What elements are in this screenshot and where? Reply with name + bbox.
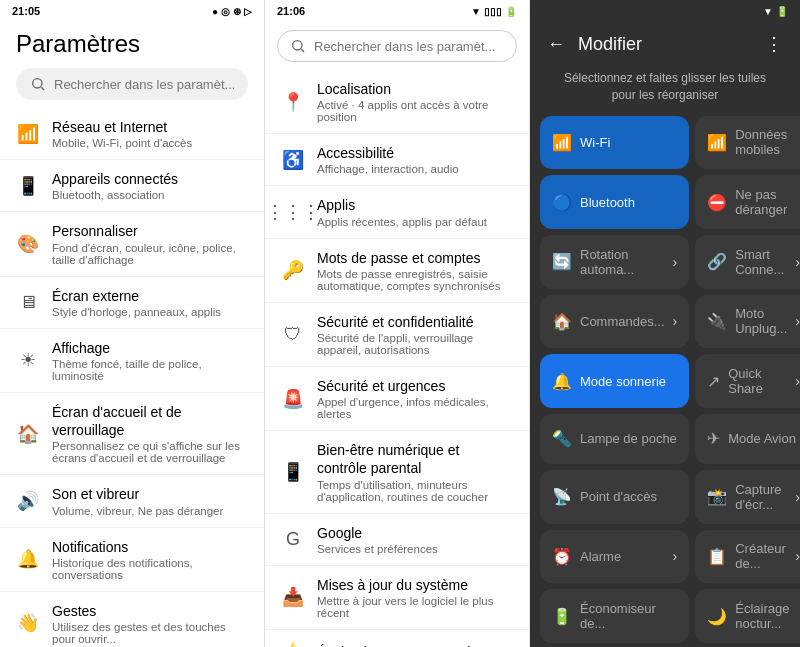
item-text: Notifications Historique des notificatio… — [52, 538, 248, 581]
settings-item[interactable]: 🛡 Sécurité et confidentialité Sécurité d… — [265, 303, 529, 367]
settings-item[interactable]: 🏠 Écran d'accueil et de verrouillage Per… — [0, 393, 264, 475]
tile-rotation[interactable]: 🔄 Rotation automa... › — [540, 235, 689, 289]
tile-bluetooth[interactable]: 🔵 Bluetooth — [540, 175, 689, 229]
tile-motounplug[interactable]: 🔌 Moto Unplug... › — [695, 295, 800, 349]
item-text: Localisation Activé · 4 applis ont accès… — [317, 80, 513, 123]
tile-label-commandes: Commandes... — [580, 314, 665, 329]
tile-arrow-capture: › — [795, 489, 800, 505]
tile-arrow-motounplug: › — [795, 313, 800, 329]
search-bar-2[interactable] — [277, 30, 517, 62]
search-icon — [30, 76, 46, 92]
settings-item[interactable]: 🔑 Mots de passe et comptes Mots de passe… — [265, 239, 529, 303]
search-input-2[interactable] — [314, 39, 504, 54]
back-button[interactable]: ← — [542, 30, 570, 58]
tile-icon-smartconn: 🔗 — [707, 252, 727, 271]
item-title: Son et vibreur — [52, 485, 223, 503]
tile-icon-economiseur: 🔋 — [552, 607, 572, 626]
status-icons-2: ▼▯▯▯🔋 — [471, 6, 517, 17]
settings-item[interactable]: 📱 Bien-être numérique et contrôle parent… — [265, 431, 529, 513]
panel-settings-sub: 21:06 ▼▯▯▯🔋 📍 Localisation Activé · 4 ap… — [265, 0, 530, 647]
more-button[interactable]: ⋮ — [760, 30, 788, 58]
settings-item[interactable]: 🔊 Son et vibreur Volume, vibreur, Ne pas… — [0, 475, 264, 527]
settings-list-1: 📶 Réseau et Internet Mobile, Wi-Fi, poin… — [0, 108, 264, 647]
settings-item[interactable]: G Google Services et préférences — [265, 514, 529, 566]
tile-label-economiseur: Économiseur de... — [580, 601, 677, 631]
panel-edit-tiles: ▼🔋 ← Modifier ⋮ Sélectionnez et faites g… — [530, 0, 800, 647]
panel3-title: Modifier — [578, 34, 752, 55]
tile-createur[interactable]: 📋 Créateur de... › — [695, 530, 800, 584]
item-icon: 🔔 — [16, 547, 40, 571]
settings-item[interactable]: 📱 Appareils connectés Bluetooth, associa… — [0, 160, 264, 212]
item-icon: ⋮⋮⋮ — [281, 200, 305, 224]
item-icon: 🏠 — [16, 422, 40, 446]
tile-icon-alarme: ⏰ — [552, 547, 572, 566]
tile-sonnerie[interactable]: 🔔 Mode sonnerie — [540, 354, 689, 408]
tile-wifi[interactable]: 📶 Wi-Fi — [540, 116, 689, 170]
item-subtitle: Fond d'écran, couleur, icône, police, ta… — [52, 242, 248, 266]
tile-mobile[interactable]: 📶 Données mobiles — [695, 116, 800, 170]
panel1-header: Paramètres — [0, 22, 264, 108]
search-input-1[interactable] — [54, 77, 234, 92]
tile-arrow-quickshare: › — [795, 373, 800, 389]
item-subtitle: Sécurité de l'appli, verrouillage appare… — [317, 332, 513, 356]
item-text: Gestes Utilisez des gestes et des touche… — [52, 602, 248, 645]
settings-item[interactable]: ♿ Accessibilité Affichage, interaction, … — [265, 134, 529, 186]
tile-label-smartconn: Smart Conne... — [735, 247, 787, 277]
item-title: Personnaliser — [52, 222, 248, 240]
settings-item[interactable]: 🖥 Écran externe Style d'horloge, panneau… — [0, 277, 264, 329]
settings-item[interactable]: ⭐ Évaluation et commentaires — [265, 630, 529, 647]
item-icon: 🖥 — [16, 290, 40, 314]
settings-item[interactable]: 🎨 Personnaliser Fond d'écran, couleur, i… — [0, 212, 264, 276]
time-2: 21:06 — [277, 5, 305, 17]
item-icon: G — [281, 527, 305, 551]
settings-item[interactable]: 📥 Mises à jour du système Mettre à jour … — [265, 566, 529, 630]
settings-item[interactable]: ⋮⋮⋮ Applis Applis récentes, applis par d… — [265, 186, 529, 238]
item-text: Écran externe Style d'horloge, panneaux,… — [52, 287, 221, 318]
tile-avion[interactable]: ✈ Mode Avion — [695, 414, 800, 464]
tile-icon-avion: ✈ — [707, 429, 720, 448]
tile-label-capture: Capture d'écr... — [735, 482, 787, 512]
item-subtitle: Appel d'urgence, infos médicales, alerte… — [317, 396, 513, 420]
item-title: Mises à jour du système — [317, 576, 513, 594]
settings-item[interactable]: 🔔 Notifications Historique des notificat… — [0, 528, 264, 592]
tile-label-eclairage: Éclairage noctur... — [735, 601, 800, 631]
item-title: Affichage — [52, 339, 248, 357]
tile-commandes[interactable]: 🏠 Commandes... › — [540, 295, 689, 349]
item-title: Écran d'accueil et de verrouillage — [52, 403, 248, 439]
tile-label-sonnerie: Mode sonnerie — [580, 374, 677, 389]
status-icons-3: ▼🔋 — [763, 6, 788, 17]
settings-item[interactable]: 👋 Gestes Utilisez des gestes et des touc… — [0, 592, 264, 647]
item-subtitle: Volume, vibreur, Ne pas déranger — [52, 505, 223, 517]
tile-smartconn[interactable]: 🔗 Smart Conne... › — [695, 235, 800, 289]
tiles-grid: 📶 Wi-Fi 📶 Données mobiles 🔵 Bluetooth ⛔ … — [530, 112, 800, 647]
tile-lampe[interactable]: 🔦 Lampe de poche — [540, 414, 689, 464]
item-title: Évaluation et commentaires — [317, 643, 490, 647]
search-bar-1[interactable] — [16, 68, 248, 100]
tile-alarme[interactable]: ⏰ Alarme › — [540, 530, 689, 584]
item-title: Sécurité et confidentialité — [317, 313, 513, 331]
item-text: Applis Applis récentes, applis par défau… — [317, 196, 487, 227]
item-title: Localisation — [317, 80, 513, 98]
status-bar-3: ▼🔋 — [530, 0, 800, 22]
item-icon: 📶 — [16, 122, 40, 146]
status-icons-1: ●◎⊛▷ — [212, 6, 252, 17]
tile-icon-nodisturb: ⛔ — [707, 193, 727, 212]
tile-eclairage[interactable]: 🌙 Éclairage noctur... — [695, 589, 800, 643]
item-title: Notifications — [52, 538, 248, 556]
item-icon: ⭐ — [281, 640, 305, 647]
tile-pointacces[interactable]: 📡 Point d'accès — [540, 470, 689, 524]
settings-item[interactable]: 🚨 Sécurité et urgences Appel d'urgence, … — [265, 367, 529, 431]
tile-economiseur[interactable]: 🔋 Économiseur de... — [540, 589, 689, 643]
item-title: Bien-être numérique et contrôle parental — [317, 441, 513, 477]
tile-icon-pointacces: 📡 — [552, 487, 572, 506]
search-icon-2 — [290, 38, 306, 54]
tile-nodisturb[interactable]: ⛔ Ne pas déranger — [695, 175, 800, 229]
item-icon: 📱 — [281, 460, 305, 484]
tile-capture[interactable]: 📸 Capture d'écr... › — [695, 470, 800, 524]
settings-item[interactable]: ☀ Affichage Thème foncé, taille de polic… — [0, 329, 264, 393]
settings-item[interactable]: 📍 Localisation Activé · 4 applis ont acc… — [265, 70, 529, 134]
settings-item[interactable]: 📶 Réseau et Internet Mobile, Wi-Fi, poin… — [0, 108, 264, 160]
status-bar-1: 21:05 ●◎⊛▷ — [0, 0, 264, 22]
panel-settings-main: 21:05 ●◎⊛▷ Paramètres 📶 Réseau et Intern… — [0, 0, 265, 647]
tile-quickshare[interactable]: ↗ Quick Share › — [695, 354, 800, 408]
